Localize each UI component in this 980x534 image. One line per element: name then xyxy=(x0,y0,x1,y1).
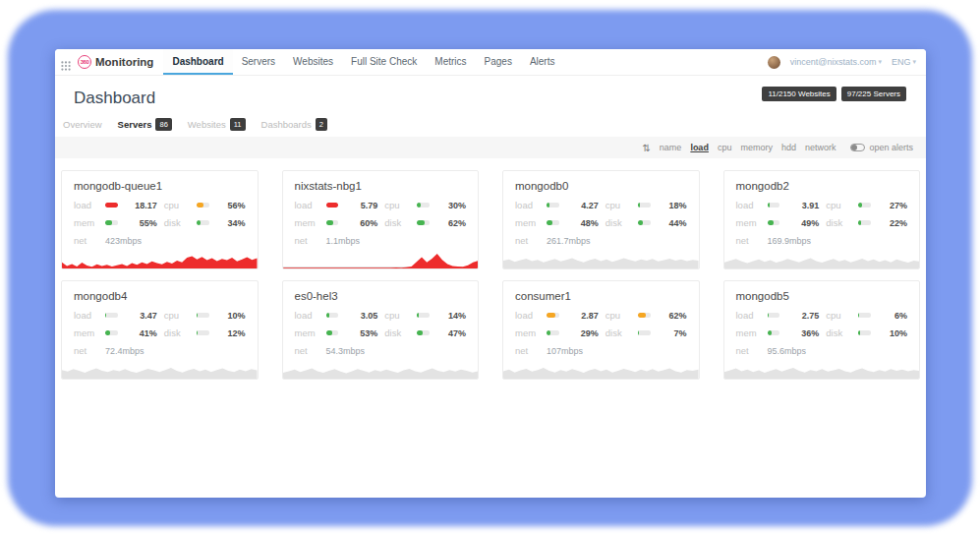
subnav: OverviewServers86Websites11Dashboards2 xyxy=(55,108,926,137)
load-bar xyxy=(105,313,118,318)
sort-by-memory[interactable]: memory xyxy=(740,143,773,152)
servers-count-badge[interactable]: 97/225 Servers xyxy=(841,87,906,101)
language-menu[interactable]: ENG ▾ xyxy=(892,57,916,67)
nav-tab-dashboard[interactable]: Dashboard xyxy=(163,49,232,75)
server-metrics: load 4.27 cpu 18% mem 48% disk 44% net 2… xyxy=(503,198,699,248)
load-sparkline xyxy=(62,358,258,379)
disk-bar xyxy=(858,330,871,335)
nav-tab-servers[interactable]: Servers xyxy=(233,49,284,75)
server-card-mongodb-queue1[interactable]: mongodb-queue1 load 18.17 cpu 56% mem 55… xyxy=(61,170,259,269)
subnav-item-label: Dashboards xyxy=(261,119,312,130)
load-value: 3.47 xyxy=(125,311,157,321)
sort-by-hdd[interactable]: hdd xyxy=(781,143,796,152)
disk-value: 22% xyxy=(878,218,907,228)
server-name: mongodb0 xyxy=(503,171,699,198)
subnav-item-count-badge: 86 xyxy=(155,118,171,131)
subnav-item-dashboards[interactable]: Dashboards2 xyxy=(261,118,327,131)
net-label: net xyxy=(295,235,319,246)
disk-label: disk xyxy=(164,327,190,338)
cpu-value: 18% xyxy=(658,201,687,210)
cpu-bar xyxy=(858,313,871,318)
subnav-item-overview[interactable]: Overview xyxy=(63,119,102,130)
load-sparkline xyxy=(283,358,479,379)
navbar-left: 360 Monitoring xyxy=(61,49,163,75)
logo-text: Monitoring xyxy=(95,56,153,68)
cpu-label: cpu xyxy=(605,200,631,210)
mem-value: 60% xyxy=(345,218,377,228)
server-metrics: load 5.79 cpu 30% mem 60% disk 62% net 1… xyxy=(283,198,479,248)
nav-tab-pages[interactable]: Pages xyxy=(476,49,521,75)
cpu-bar xyxy=(638,313,651,318)
cpu-label: cpu xyxy=(384,200,410,210)
cpu-label: cpu xyxy=(384,310,410,321)
sort-by-cpu[interactable]: cpu xyxy=(718,143,732,152)
sort-by-name[interactable]: name xyxy=(660,143,682,152)
load-value: 3.91 xyxy=(786,201,819,210)
load-value: 18.17 xyxy=(125,201,157,210)
navbar-right: vincent@nixstats.com ▾ ENG ▾ xyxy=(768,49,916,75)
cpu-bar xyxy=(417,203,430,208)
app-grid-icon[interactable] xyxy=(61,57,71,67)
mem-label: mem xyxy=(736,327,761,338)
language-label: ENG xyxy=(892,57,911,67)
nav-tab-full-site-check[interactable]: Full Site Check xyxy=(342,49,426,75)
logo-360-icon: 360 xyxy=(78,55,91,69)
disk-value: 10% xyxy=(878,328,907,338)
cpu-bar xyxy=(858,203,871,208)
server-name: mongodb5 xyxy=(724,281,920,308)
server-card-es0-hel3[interactable]: es0-hel3 load 3.05 cpu 14% mem 53% disk … xyxy=(282,280,480,380)
cpu-value: 56% xyxy=(216,201,246,210)
load-sparkline xyxy=(62,248,258,268)
disk-label: disk xyxy=(826,327,851,338)
disk-value: 12% xyxy=(216,328,246,338)
net-value: 54.3mbps xyxy=(326,346,467,356)
load-label: load xyxy=(515,310,540,321)
load-bar xyxy=(768,203,780,208)
server-card-mongodb5[interactable]: mongodb5 load 2.75 cpu 6% mem 36% disk 1… xyxy=(723,280,921,380)
sort-by-load[interactable]: load xyxy=(690,143,709,152)
server-card-mongodb2[interactable]: mongodb2 load 3.91 cpu 27% mem 49% disk … xyxy=(723,170,921,269)
mem-label: mem xyxy=(74,327,98,338)
net-value: 1.1mbps xyxy=(326,236,467,246)
net-value: 423mbps xyxy=(105,236,246,246)
server-card-nixstats-nbg1[interactable]: nixstats-nbg1 load 5.79 cpu 30% mem 60% … xyxy=(282,170,480,269)
page-header: Dashboard 11/2150 Websites 97/225 Server… xyxy=(55,76,926,108)
subnav-item-servers[interactable]: Servers86 xyxy=(118,118,172,131)
subnav-item-count-badge: 2 xyxy=(316,118,327,131)
user-menu[interactable]: vincent@nixstats.com ▾ xyxy=(790,57,882,67)
mem-value: 29% xyxy=(566,328,599,338)
net-value: 72.4mbps xyxy=(105,346,246,356)
chevron-down-icon: ▾ xyxy=(912,58,916,66)
mem-bar xyxy=(326,330,339,335)
subnav-item-websites[interactable]: Websites11 xyxy=(188,118,246,131)
net-label: net xyxy=(515,345,540,356)
page-title: Dashboard xyxy=(74,89,155,108)
stage: 360 Monitoring DashboardServersWebsitesF… xyxy=(0,0,980,534)
logo[interactable]: 360 Monitoring xyxy=(78,55,153,69)
mem-label: mem xyxy=(736,217,761,228)
cpu-value: 14% xyxy=(436,311,466,321)
mem-label: mem xyxy=(515,217,540,228)
net-label: net xyxy=(736,345,761,356)
disk-bar xyxy=(858,220,871,225)
nav-tab-websites[interactable]: Websites xyxy=(284,49,342,75)
server-card-consumer1[interactable]: consumer1 load 2.87 cpu 62% mem 29% disk… xyxy=(502,280,700,380)
nav-tab-alerts[interactable]: Alerts xyxy=(521,49,564,75)
net-value: 107mbps xyxy=(547,346,687,356)
disk-bar xyxy=(638,220,651,225)
server-card-mongodb0[interactable]: mongodb0 load 4.27 cpu 18% mem 48% disk … xyxy=(502,170,700,269)
mem-value: 36% xyxy=(786,328,819,338)
load-bar xyxy=(547,203,559,208)
disk-value: 7% xyxy=(658,328,687,338)
user-avatar[interactable] xyxy=(768,56,780,69)
load-bar xyxy=(547,313,559,318)
load-label: load xyxy=(515,200,540,210)
websites-count-badge[interactable]: 11/2150 Websites xyxy=(762,87,836,101)
net-label: net xyxy=(74,235,98,246)
open-alerts-filter[interactable]: open alerts xyxy=(844,143,913,152)
mem-label: mem xyxy=(295,217,319,228)
server-card-mongodb4[interactable]: mongodb4 load 3.47 cpu 10% mem 41% disk … xyxy=(61,280,259,380)
disk-label: disk xyxy=(384,327,410,338)
nav-tab-metrics[interactable]: Metrics xyxy=(426,49,475,75)
sort-by-network[interactable]: network xyxy=(805,143,836,152)
